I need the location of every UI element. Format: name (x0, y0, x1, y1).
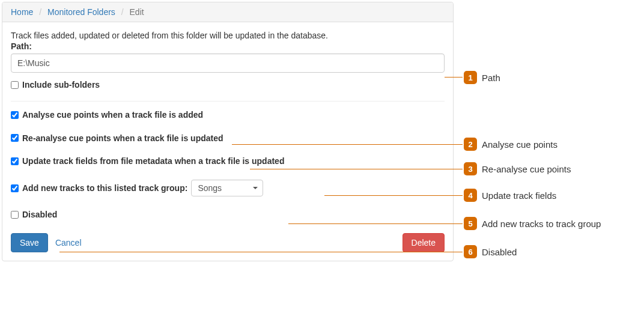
disabled-row: Disabled (11, 210, 445, 220)
annotation-text-1: Path (482, 73, 500, 83)
cancel-link[interactable]: Cancel (55, 238, 82, 248)
annotation-3: 3 Re-analyse cue points (464, 162, 571, 175)
annotation-badge-3: 3 (464, 162, 477, 175)
edit-folder-panel: Home / Monitored Folders / Edit Track fi… (2, 2, 454, 261)
disabled-label: Disabled (22, 210, 57, 220)
annotation-1: 1 Path (464, 71, 500, 84)
chevron-down-icon (253, 187, 258, 189)
breadcrumb: Home / Monitored Folders / Edit (11, 7, 445, 17)
annotation-badge-5: 5 (464, 217, 477, 230)
reanalyse-cue-row: Re-analyse cue points when a track file … (11, 133, 445, 144)
reanalyse-cue-checkbox[interactable] (11, 134, 19, 142)
panel-heading: Home / Monitored Folders / Edit (2, 2, 453, 22)
annotation-badge-1: 1 (464, 71, 477, 84)
update-fields-row: Update track fields from file metadata w… (11, 156, 445, 166)
path-label: Path: (11, 41, 445, 51)
include-subfolders-row: Include sub-folders (11, 80, 445, 90)
leader-line (232, 144, 463, 145)
leader-line (59, 252, 463, 252)
panel-body: Track files added, updated or deleted fr… (2, 22, 453, 261)
add-group-checkbox[interactable] (11, 184, 19, 192)
annotation-4: 4 Update track fields (464, 189, 556, 202)
save-button[interactable]: Save (11, 233, 48, 252)
leader-line (445, 77, 463, 77)
annotation-badge-4: 4 (464, 189, 477, 202)
add-group-label: Add new tracks to this listed track grou… (22, 183, 187, 193)
analyse-cue-checkbox[interactable] (11, 111, 19, 119)
leader-line (288, 223, 463, 224)
breadcrumb-sep-icon: / (121, 7, 124, 17)
update-fields-checkbox[interactable] (11, 157, 19, 165)
breadcrumb-sep-icon: / (39, 7, 41, 17)
annotation-badge-2: 2 (464, 138, 477, 151)
annotation-6: 6 Disabled (464, 245, 517, 258)
analyse-cue-label: Analyse cue points when a track file is … (22, 110, 203, 120)
path-input[interactable] (11, 53, 445, 73)
annotation-text-4: Update track fields (482, 190, 556, 201)
annotation-text-3: Re-analyse cue points (482, 164, 571, 174)
breadcrumb-monitored-folders[interactable]: Monitored Folders (47, 7, 115, 17)
annotation-5: 5 Add new tracks to track group (464, 217, 601, 230)
reanalyse-cue-label: Re-analyse cue points when a track file … (22, 133, 223, 144)
include-subfolders-checkbox[interactable] (11, 81, 19, 89)
annotation-badge-6: 6 (464, 245, 477, 258)
leader-line (250, 169, 463, 169)
track-group-select[interactable]: Songs (191, 180, 263, 196)
annotation-text-5: Add new tracks to track group (482, 219, 601, 229)
delete-button[interactable]: Delete (402, 233, 445, 252)
disabled-checkbox[interactable] (11, 211, 19, 219)
update-fields-label: Update track fields from file metadata w… (22, 156, 284, 166)
folder-description: Track files added, updated or deleted fr… (11, 31, 445, 40)
button-row: Save Cancel Delete (11, 233, 445, 252)
track-group-selected: Songs (198, 183, 222, 193)
breadcrumb-edit: Edit (130, 7, 144, 17)
add-group-row: Add new tracks to this listed track grou… (11, 180, 445, 196)
include-subfolders-label: Include sub-folders (22, 80, 100, 90)
leader-line (324, 195, 463, 196)
annotation-text-6: Disabled (482, 247, 517, 257)
annotation-2: 2 Analyse cue points (464, 138, 557, 151)
annotation-text-2: Analyse cue points (482, 139, 557, 150)
analyse-cue-row: Analyse cue points when a track file is … (11, 110, 445, 120)
separator (11, 101, 445, 102)
breadcrumb-home[interactable]: Home (11, 7, 33, 17)
